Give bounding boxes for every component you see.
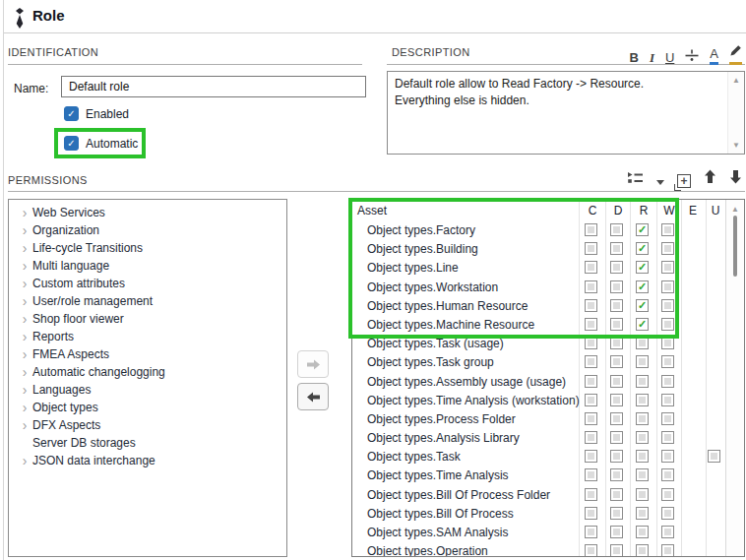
tree-item[interactable]: › Server DB storages [9, 434, 286, 452]
chevron-right-icon[interactable]: › [18, 207, 31, 218]
permission-checkbox-unchecked[interactable] [636, 337, 649, 349]
permission-checkbox-unchecked[interactable] [610, 299, 623, 312]
permission-checkbox-unchecked[interactable] [610, 375, 623, 388]
chevron-right-icon[interactable]: › [18, 402, 31, 413]
permission-checkbox-unchecked[interactable] [585, 412, 597, 425]
highlight-pen-icon[interactable] [729, 43, 742, 65]
permission-checkbox-unchecked[interactable] [661, 526, 674, 538]
permission-checkbox-unchecked[interactable] [585, 526, 597, 538]
permission-checkbox-unchecked[interactable] [661, 318, 674, 331]
move-down-icon[interactable] [729, 169, 742, 188]
permission-checkbox-unchecked[interactable] [661, 261, 674, 274]
tree-item[interactable]: › Languages [9, 381, 286, 399]
permission-checkbox-unchecked[interactable] [610, 412, 623, 425]
permission-row[interactable]: Object types.Bill Of Process [352, 505, 725, 524]
tree-item[interactable]: › Life-cycle Transitions [9, 239, 286, 257]
permission-checkbox-unchecked[interactable] [585, 468, 597, 481]
permission-checkbox-unchecked[interactable] [585, 261, 597, 274]
tree-item[interactable]: › Custom attributes [9, 275, 286, 292]
permission-checkbox-unchecked[interactable] [585, 544, 597, 557]
tree-item[interactable]: › Organization [9, 221, 286, 239]
permission-row[interactable]: Object types.Time Analysis [352, 467, 725, 485]
tree-item[interactable]: › FMEA Aspects [9, 345, 286, 363]
permission-row[interactable]: Object types.Line ✓ [352, 259, 725, 278]
bold-icon[interactable]: B [629, 51, 638, 65]
permission-checkbox-unchecked[interactable] [585, 375, 597, 388]
permission-checkbox-unchecked[interactable] [636, 468, 649, 481]
permission-row[interactable]: Object types.Assembly usage (usage) [352, 373, 725, 392]
italic-icon[interactable]: I [650, 51, 654, 65]
dropdown-caret-icon[interactable] [656, 180, 664, 185]
permission-checkbox-checked[interactable]: ✓ [636, 280, 649, 293]
permission-checkbox-unchecked[interactable] [661, 507, 674, 520]
permission-checkbox-checked[interactable]: ✓ [636, 261, 649, 274]
permission-checkbox-unchecked[interactable] [661, 450, 674, 463]
permission-checkbox-unchecked[interactable] [610, 507, 623, 520]
tree-item[interactable]: › Web Services [9, 204, 286, 221]
permission-checkbox-unchecked[interactable] [585, 450, 597, 463]
list-style-icon[interactable] [627, 170, 644, 188]
chevron-right-icon[interactable]: › [18, 419, 31, 431]
chevron-right-icon[interactable]: › [18, 455, 31, 467]
tree-item[interactable]: › Automatic changelogging [9, 363, 286, 381]
chevron-right-icon[interactable]: › [18, 295, 31, 307]
permission-checkbox-unchecked[interactable] [636, 431, 649, 444]
strikethrough-icon[interactable] [685, 48, 699, 65]
permission-checkbox-unchecked[interactable] [636, 412, 649, 425]
permission-checkbox-checked[interactable]: ✓ [636, 223, 649, 236]
permission-checkbox-unchecked[interactable] [636, 375, 649, 388]
tree-item[interactable]: › Object types [9, 399, 286, 416]
permission-checkbox-unchecked[interactable] [610, 544, 623, 557]
permission-row[interactable]: Object types.Human Resource ✓ [352, 297, 725, 316]
permission-checkbox-unchecked[interactable] [636, 507, 649, 520]
permission-checkbox-unchecked[interactable] [610, 488, 623, 501]
move-up-icon[interactable] [704, 169, 716, 188]
permission-row[interactable]: Object types.Workstation ✓ [352, 279, 725, 297]
table-scrollbar[interactable]: ▲ [725, 200, 744, 556]
enabled-checkbox-checked[interactable]: ✓ [64, 106, 79, 121]
chevron-right-icon[interactable]: › [18, 224, 31, 236]
tree-item[interactable]: › Multi language [9, 257, 286, 275]
permission-checkbox-checked[interactable]: ✓ [636, 299, 649, 312]
chevron-right-icon[interactable]: › [18, 348, 31, 360]
chevron-right-icon[interactable]: › [18, 313, 31, 325]
enabled-checkbox-row[interactable]: ✓ Enabled [64, 106, 129, 121]
permission-row[interactable]: Object types.SAM Analysis [352, 524, 725, 542]
permission-checkbox-unchecked[interactable] [661, 488, 674, 501]
permission-row[interactable]: Object types.Bill Of Process Folder [352, 486, 725, 505]
chevron-right-icon[interactable]: › [18, 366, 31, 378]
permission-checkbox-unchecked[interactable] [610, 261, 623, 274]
permission-row[interactable]: Object types.Time Analysis (workstation) [352, 392, 725, 410]
permission-checkbox-unchecked[interactable] [610, 355, 623, 368]
tree-item[interactable]: › User/role management [9, 292, 286, 310]
permission-checkbox-unchecked[interactable] [661, 299, 674, 312]
permission-checkbox-unchecked[interactable] [661, 412, 674, 425]
permission-row[interactable]: Object types.Task [352, 448, 725, 467]
permission-checkbox-unchecked[interactable] [610, 280, 623, 293]
permission-row[interactable]: Object types.Machine Resource ✓ [352, 316, 725, 335]
permission-checkbox-unchecked[interactable] [661, 544, 674, 557]
permission-checkbox-unchecked[interactable] [585, 242, 597, 255]
chevron-right-icon[interactable]: › [18, 278, 31, 289]
permission-checkbox-unchecked[interactable] [585, 337, 597, 349]
scroll-up-icon[interactable]: ▲ [728, 76, 744, 85]
permission-checkbox-unchecked[interactable] [585, 280, 597, 293]
permission-checkbox-unchecked[interactable] [661, 337, 674, 349]
permission-row[interactable]: Object types.Task (usage) [352, 335, 725, 353]
tree-item[interactable]: › JSON data interchange [9, 452, 286, 469]
permission-checkbox-unchecked[interactable] [708, 450, 720, 463]
permission-checkbox-unchecked[interactable] [636, 450, 649, 463]
permission-checkbox-unchecked[interactable] [610, 394, 623, 406]
tree-item[interactable]: › DFX Aspects [9, 416, 286, 434]
permission-row[interactable]: Object types.Analysis Library [352, 429, 725, 448]
name-input[interactable] [61, 76, 366, 97]
permission-checkbox-unchecked[interactable] [636, 488, 649, 501]
permissions-tree-panel[interactable]: › Web Services › Organization › Life-cyc… [8, 199, 287, 557]
permission-checkbox-unchecked[interactable] [610, 242, 623, 255]
chevron-right-icon[interactable]: › [18, 331, 31, 342]
permission-checkbox-unchecked[interactable] [661, 223, 674, 236]
chevron-right-icon[interactable]: › [18, 242, 31, 254]
permission-checkbox-unchecked[interactable] [661, 468, 674, 481]
permission-checkbox-unchecked[interactable] [610, 223, 623, 236]
scroll-up-icon[interactable]: ▲ [726, 205, 744, 214]
